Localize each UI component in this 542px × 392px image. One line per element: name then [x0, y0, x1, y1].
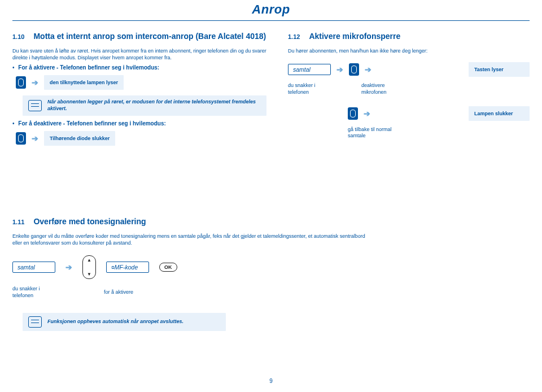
note-box: Når abonnenten legger på røret, er modus…: [23, 95, 266, 115]
lcd-label: samtal: [12, 262, 55, 273]
mute-icon: [348, 107, 358, 120]
nav-pad-icon: ▲ ▼: [82, 255, 96, 279]
lcd-label: samtal: [288, 64, 331, 75]
section-heading: 1.10 Motta et internt anrop som intercom…: [12, 32, 266, 41]
intro-text: Du kan svare uten å løfte av røret. Hvis…: [12, 47, 266, 61]
row-samtal: samtal ➔ ▲ ▼ ¤MF-kode OK: [12, 255, 419, 279]
note-text: Funksjonen oppheves automatisk når anrop…: [47, 319, 183, 325]
section-title: Aktivere mikrofonsperre: [309, 32, 400, 41]
arrow-icon: ➔: [336, 65, 343, 74]
arrow-icon: ➔: [32, 78, 38, 87]
deactivate-row: ➔ Tilhørende diode slukker: [16, 131, 266, 146]
bullet-icon: •: [12, 120, 15, 127]
page-number: 9: [0, 378, 542, 384]
row-back: gå tilbake til normal samtale: [288, 124, 530, 140]
mute-icon: [16, 132, 26, 145]
section-number: 1.10: [12, 33, 24, 40]
mute-icon: [16, 76, 26, 89]
lamp-off-box: Lampen slukker: [469, 106, 530, 121]
row-samtal: samtal ➔ ➔ Tasten lyser: [288, 62, 530, 77]
intro-text: Du hører abonnenten, men han/hun kan ikk…: [288, 47, 530, 54]
lcd-label: ¤MF-kode: [106, 262, 149, 273]
arrow-icon: ➔: [32, 134, 38, 143]
caption-back: gå tilbake til normal samtale: [348, 127, 404, 140]
caption-speak: du snakker i telefonen: [12, 286, 53, 299]
lamp-on-box: den tilknyttede lampen lyser: [44, 75, 124, 90]
note-icon: [28, 316, 42, 328]
ok-button: OK: [159, 263, 177, 272]
section-title: Motta et internt anrop som intercom-anro…: [33, 32, 266, 41]
triangle-up-icon: ▲: [87, 258, 91, 263]
arrow-icon: ➔: [364, 109, 370, 118]
caption-activate: for å aktivere: [104, 289, 155, 296]
arrow-icon: ➔: [365, 65, 371, 74]
section-number: 1.11: [12, 219, 24, 225]
activate-text: For å aktivere - Telefonen befinner seg …: [18, 64, 159, 71]
title-rule: [12, 20, 530, 21]
diode-off-box: Tilhørende diode slukker: [44, 131, 115, 146]
cell-samtal: samtal: [12, 262, 55, 273]
note-box: Funksjonen oppheves automatisk når anrop…: [23, 313, 226, 331]
bullet-icon: •: [12, 64, 15, 71]
caption-speak: du snakker i telefonen: [288, 82, 333, 95]
row-captions: du snakker i telefonen for å aktivere: [12, 284, 419, 299]
section-1-11: 1.11 Overføre med tonesignalering Enkelt…: [12, 217, 419, 336]
tasten-lyser-box: Tasten lyser: [469, 62, 530, 77]
section-1-12: 1.12 Aktivere mikrofonsperre Du hører ab…: [288, 32, 530, 144]
section-1-10: 1.10 Motta et internt anrop som intercom…: [12, 32, 266, 151]
triangle-down-icon: ▼: [87, 272, 91, 277]
intro-text: Enkelte ganger vil du måtte overføre kod…: [12, 233, 374, 246]
cell-mfcode: ¤MF-kode: [106, 262, 149, 273]
deactivate-line: • For å deaktivere - Telefonen befinner …: [12, 120, 266, 127]
section-title: Overføre med tonesignalering: [33, 217, 146, 226]
row-captions: du snakker i telefonen deaktivere mikrof…: [288, 80, 530, 95]
caption-deact-mic: deaktivere mikrofonen: [361, 82, 406, 95]
section-heading: 1.11 Overføre med tonesignalering: [12, 217, 419, 226]
section-heading: 1.12 Aktivere mikrofonsperre: [288, 32, 530, 41]
section-number: 1.12: [288, 33, 300, 40]
deactivate-text: For å deaktivere - Telefonen befinner se…: [18, 120, 166, 127]
page-title: Anrop: [0, 2, 542, 17]
arrow-icon: ➔: [65, 263, 72, 272]
row-lamp-off: ➔ Lampen slukker: [288, 106, 530, 121]
activate-row: ➔ den tilknyttede lampen lyser: [16, 75, 266, 90]
note-icon: [28, 100, 42, 111]
mute-icon: [349, 63, 359, 76]
cell-samtal: samtal: [288, 64, 331, 75]
activate-line: • For å aktivere - Telefonen befinner se…: [12, 64, 266, 71]
note-text: Når abonnenten legger på røret, er modus…: [47, 99, 261, 112]
